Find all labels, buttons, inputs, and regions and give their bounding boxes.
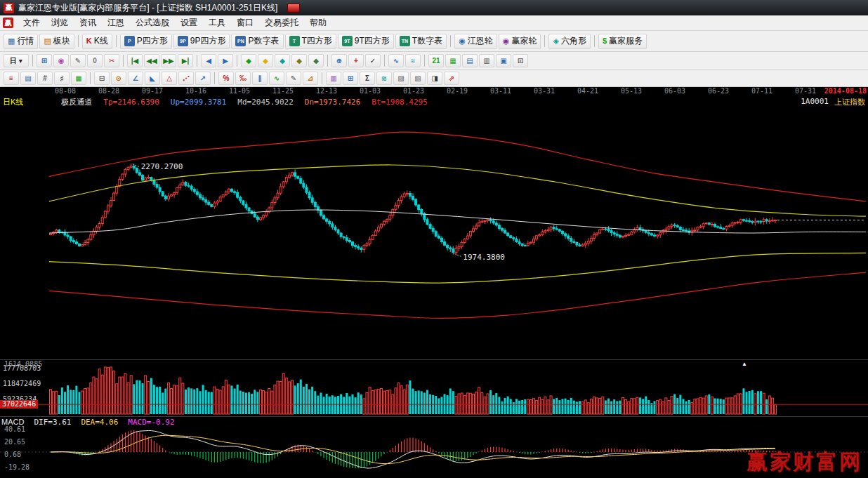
purple-grid-icon-icon: ▥ [330, 75, 336, 82]
prev-bar-icon[interactable]: ◀ [201, 54, 216, 67]
menu-item-6[interactable]: 工具 [203, 15, 231, 30]
indicator-name[interactable]: 极反通道 [61, 97, 92, 107]
alert-indicator[interactable] [287, 4, 300, 13]
right-triangle-icon[interactable]: ◣ [145, 72, 160, 85]
diag-grid-icon[interactable]: ▧ [410, 72, 426, 85]
sectors-button[interactable]: ▤板块 [39, 34, 74, 49]
9p-square-button[interactable]: 9P9P四方形 [173, 34, 230, 49]
fast-back-icon[interactable]: ◀◀ [144, 54, 159, 67]
report-icon[interactable]: ▤ [462, 54, 478, 67]
pencil-icon[interactable]: ✎ [70, 54, 86, 67]
table-icon[interactable]: ▦ [445, 54, 461, 67]
purple-grid-icon[interactable]: ▥ [326, 72, 341, 85]
pencil-icon-icon: ✎ [75, 58, 81, 65]
macd-scale-label-2: 20.65 [4, 438, 25, 446]
winner-wheel-button[interactable]: ◉赢家轮 [499, 34, 541, 49]
menu-item-1[interactable]: 浏览 [46, 15, 74, 30]
quotes-button[interactable]: ▦行情 [4, 34, 38, 49]
menu-item-0[interactable]: 文件 [18, 15, 46, 30]
fan-lines-icon[interactable]: ⋰ [178, 72, 194, 85]
save-icon[interactable]: ▣ [496, 54, 511, 67]
scissors-icon[interactable]: ✂ [104, 54, 119, 67]
hatch-blue-icon[interactable]: ▤ [20, 72, 36, 85]
wave-icon[interactable]: ∿ [388, 54, 404, 67]
p-table-button[interactable]: PNP数字表 [231, 34, 283, 49]
sine-wave-icon[interactable]: ∿ [269, 72, 284, 85]
trend-arrow-icon[interactable]: ↗ [195, 72, 211, 85]
breakout-icon[interactable]: ⇗ [444, 72, 459, 85]
angle-tool-icon[interactable]: ∠ [128, 72, 143, 85]
9t-square-button[interactable]: 9T9T四方形 [338, 34, 394, 49]
chart-area: 2270.27001974.3800▲ 日K线 极反通道 Tp=2146.639… [0, 96, 868, 478]
menu-item-2[interactable]: 资讯 [74, 15, 102, 30]
p-square-button[interactable]: PP四方形 [120, 34, 172, 49]
hash-icon[interactable]: # [37, 72, 53, 85]
menu-item-8[interactable]: 交易委托 [259, 15, 304, 30]
percent-icon[interactable]: % [218, 72, 234, 85]
gann-flower-icon[interactable]: ◉ [53, 54, 69, 67]
sharp-icon-icon: ♯ [60, 75, 64, 82]
equal-wave-icon[interactable]: ≋ [376, 72, 392, 85]
gann-toolbar: ≡▤#♯▦⊟⊙∠◣△⋰↗%‰∥∿✎⊿▥⊞Σ≋▨▧◨⇗ [0, 70, 868, 87]
prev-bar-icon-icon: ◀ [206, 58, 211, 65]
menu-item-9[interactable]: 帮助 [304, 15, 332, 30]
diamond-dark-icon[interactable]: ◆ [308, 54, 324, 67]
p-table-button-label: P数字表 [248, 35, 279, 47]
toolbar-separator [116, 35, 117, 47]
window-grid-icon[interactable]: ⊟ [94, 72, 110, 85]
channel-mid-value: Md=2045.9022 [237, 98, 293, 107]
menu-item-3[interactable]: 江恩 [102, 15, 130, 30]
diamond-green-icon[interactable]: ◆ [241, 54, 256, 67]
watermark-logo: 赢家财富网 [747, 448, 862, 477]
macd-header: MACD DIF=3.61 DEA=4.06 MACD=-0.92 [1, 418, 175, 427]
gann-wheel-button[interactable]: ◉江恩轮 [454, 34, 497, 49]
diamond-yellow-icon[interactable]: ◆ [258, 54, 273, 67]
pencil-tool-icon[interactable]: ✎ [286, 72, 301, 85]
macd-scale-label-3: 0.68 [4, 451, 21, 458]
plus-grid-icon[interactable]: ⊞ [343, 72, 358, 85]
number-21-icon[interactable]: 21 [428, 54, 444, 67]
kline-button[interactable]: KK线 [82, 34, 112, 49]
hexagon-button-label: 六角形 [561, 35, 586, 47]
permille-icon[interactable]: ‰ [235, 72, 251, 85]
hatch-red-icon[interactable]: ≡ [4, 72, 19, 85]
period-day-selector[interactable]: 日 ▾ [4, 54, 29, 67]
menu-item-4[interactable]: 公式选股 [130, 15, 175, 30]
matrix-icon[interactable]: ⊞ [37, 54, 52, 67]
half-box-icon[interactable]: ◨ [427, 72, 442, 85]
t-square-button[interactable]: TT四方形 [285, 34, 336, 49]
parallel-lines-icon[interactable]: ∥ [252, 72, 268, 85]
menu-item-7[interactable]: 窗口 [231, 15, 259, 30]
triangle-tool-icon[interactable]: △ [162, 72, 177, 85]
diamond-olive-icon[interactable]: ◆ [291, 54, 307, 67]
green-grid-icon[interactable]: ▦ [71, 72, 86, 85]
macd-scale-label-4: -19.28 [4, 463, 29, 471]
menu-item-5[interactable]: 设置 [175, 15, 203, 30]
chart-panel-icon[interactable]: ▥ [479, 54, 494, 67]
shaded-grid-icon-icon: ▨ [397, 75, 404, 82]
first-page-icon[interactable]: |◀ [127, 54, 143, 67]
vol-wave-icon[interactable]: ≈ [405, 54, 421, 67]
shaded-grid-icon[interactable]: ▨ [393, 72, 409, 85]
check-icon[interactable]: ✓ [365, 54, 381, 67]
ruler-icon[interactable]: ⊿ [303, 72, 318, 85]
last-page-icon[interactable]: ▶| [178, 54, 193, 67]
vol-wave-icon-icon: ≈ [411, 58, 415, 65]
sharp-icon[interactable]: ♯ [54, 72, 70, 85]
clock-tool-icon[interactable]: ⊙ [111, 72, 126, 85]
sigma-icon[interactable]: Σ [360, 72, 375, 85]
winner-service-button[interactable]: $赢家服务 [598, 34, 647, 49]
svg-text:2270.2700: 2270.2700 [141, 162, 183, 171]
fast-forward-icon[interactable]: ▶▶ [161, 54, 176, 67]
print-icon[interactable]: ⊡ [513, 54, 528, 67]
svg-text:1974.3800: 1974.3800 [463, 253, 505, 262]
t-table-button[interactable]: TNT数字表 [395, 34, 447, 49]
hexagon-button[interactable]: ◈六角形 [548, 34, 590, 49]
green-grid-icon-icon: ▦ [75, 75, 81, 82]
diamond-teal-icon[interactable]: ◆ [275, 54, 290, 67]
crosshair-icon[interactable]: + [348, 54, 364, 67]
target-icon[interactable]: ⊕ [331, 54, 347, 67]
next-bar-icon[interactable]: ▶ [218, 54, 233, 67]
zero-tool-icon[interactable]: 0 [87, 54, 103, 67]
channel-bottom-value: Bt=1908.4295 [371, 98, 427, 107]
